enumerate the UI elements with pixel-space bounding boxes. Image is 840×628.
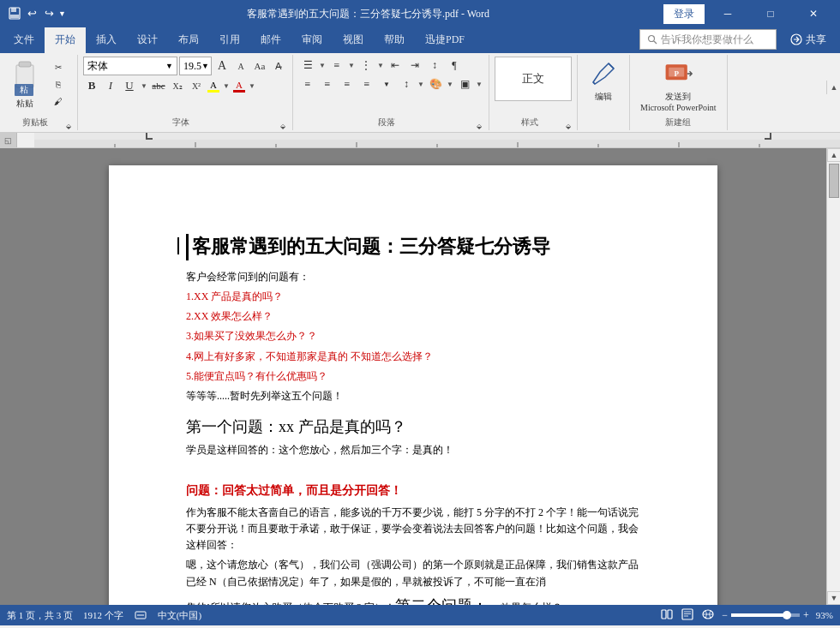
page-count[interactable]: 第 1 页，共 3 页	[7, 609, 73, 622]
tab-mailings[interactable]: 邮件	[250, 27, 291, 53]
tab-help[interactable]: 帮助	[374, 27, 415, 53]
print-layout-button[interactable]	[681, 607, 694, 623]
doc-title[interactable]: 客服常遇到的五大问题：三分答疑七分诱导	[186, 234, 640, 260]
paste-button[interactable]: 粘 粘贴	[5, 57, 45, 111]
align-center-button[interactable]: ≡	[318, 75, 337, 93]
doc-list-2[interactable]: 2.XX 效果怎么样？	[186, 308, 640, 325]
line-spacing-button[interactable]: ↕	[397, 75, 416, 93]
show-marks-button[interactable]: ¶	[445, 57, 464, 74]
format-painter-button[interactable]: 🖌	[46, 93, 70, 110]
numbered-list-button[interactable]: ≡	[327, 57, 346, 74]
text-highlight-button[interactable]: A	[207, 80, 219, 93]
subscript-button[interactable]: X₂	[169, 78, 186, 93]
zoom-out-button[interactable]: −	[722, 609, 728, 622]
copy-button[interactable]: ⎘	[46, 75, 70, 93]
bold-button[interactable]: B	[83, 78, 100, 93]
doc-s1-p4[interactable]: 售的!所以请您放心购买（体会下购买 2 字）！第二个问题：xx 效果怎么样？	[186, 594, 640, 605]
tab-xunjie[interactable]: 迅捷PDF	[415, 27, 475, 53]
right-margin-marker[interactable]	[765, 133, 771, 140]
web-view-button[interactable]	[701, 607, 715, 623]
spacing-dropdown[interactable]: ▼	[417, 81, 425, 88]
help-search[interactable]: 告诉我你想要做什么	[639, 29, 777, 50]
share-button[interactable]: 共享	[783, 31, 833, 49]
ruler-corner[interactable]: ◱	[0, 133, 17, 148]
zoom-in-button[interactable]: +	[803, 609, 809, 622]
italic-button[interactable]: I	[102, 78, 119, 93]
font-name-selector[interactable]: 宋体 ▼	[83, 57, 177, 75]
clear-format-button[interactable]: A̶	[270, 58, 287, 74]
ribbon-collapse-button[interactable]: ▲	[827, 81, 840, 94]
customize-qat-icon[interactable]: ▼	[58, 9, 66, 18]
doc-etc[interactable]: 等等等.....暂时先列举这五个问题！	[186, 388, 640, 404]
doc-s1-p1[interactable]: 学员是这样回答的：这个您放心，然后加三个字：是真的！	[186, 442, 640, 458]
tab-file[interactable]: 文件	[3, 27, 45, 53]
shading-dropdown[interactable]: ▼	[446, 81, 454, 88]
bullet-list-button[interactable]: ☰	[298, 57, 317, 74]
doc-list-4[interactable]: 4.网上有好多家，不知道那家是真的 不知道怎么选择？	[186, 349, 640, 365]
doc-s1-p2[interactable]: 作为客服不能太吝啬自己的语言，能多说的千万不要少说，能打 5 分字的不打 2 个…	[186, 505, 640, 554]
tab-review[interactable]: 审阅	[291, 27, 333, 53]
doc-list-1[interactable]: 1.XX 产品是真的吗？	[186, 289, 640, 305]
clipboard-expand[interactable]: ⬙	[64, 122, 72, 130]
font-shrink-button[interactable]: A	[232, 58, 249, 74]
para-expand[interactable]: ⬙	[475, 122, 483, 130]
zoom-percent[interactable]: 93%	[816, 610, 833, 620]
document-area[interactable]: 客服常遇到的五大问题：三分答疑七分诱导 客户会经常问到的问题有： 1.XX 产品…	[0, 148, 826, 605]
superscript-button[interactable]: X²	[188, 78, 205, 93]
underline-dropdown[interactable]: ▼	[140, 82, 148, 90]
doc-s1-problem[interactable]: 问题：回答太过简单，而且是分开回答！	[186, 481, 640, 500]
style-preview[interactable]: 正文	[495, 57, 572, 101]
change-case-button[interactable]: Aa	[251, 58, 268, 74]
align-left-button[interactable]: ≡	[298, 75, 317, 93]
cut-button[interactable]: ✂	[46, 58, 70, 75]
scroll-down-button[interactable]: ▼	[827, 591, 840, 605]
increase-indent-button[interactable]: ⇥	[405, 57, 424, 74]
underline-button[interactable]: U	[121, 78, 138, 93]
tab-layout[interactable]: 布局	[168, 27, 209, 53]
decrease-indent-button[interactable]: ⇤	[386, 57, 405, 74]
doc-s1-p3[interactable]: 嗯，这个请您放心（客气），我们公司（强调公司）的第一个原则就是正品保障，我们销售…	[186, 557, 640, 589]
read-mode-button[interactable]	[660, 607, 674, 623]
scroll-up-button[interactable]: ▲	[827, 148, 840, 162]
highlight-dropdown[interactable]: ▼	[222, 82, 231, 90]
zoom-thumb[interactable]	[783, 611, 791, 619]
tab-view[interactable]: 视图	[333, 27, 374, 53]
justify-button[interactable]: ≡	[357, 75, 376, 93]
style-expand[interactable]: ⬙	[564, 122, 572, 130]
undo-icon[interactable]: ↩	[24, 6, 39, 21]
doc-list-5[interactable]: 5.能便宜点吗？有什么优惠吗？	[186, 368, 640, 385]
tab-insert[interactable]: 插入	[86, 27, 127, 53]
font-size-dropdown[interactable]: ▼	[201, 62, 209, 70]
border-dropdown[interactable]: ▼	[475, 81, 483, 88]
font-expand[interactable]: ⬙	[279, 122, 287, 130]
font-size-selector[interactable]: 19.5 ▼	[179, 57, 212, 75]
tab-home[interactable]: 开始	[45, 27, 86, 53]
border-button[interactable]: ▣	[455, 75, 474, 93]
close-button[interactable]: ✕	[794, 0, 833, 27]
bullet-dropdown[interactable]: ▼	[318, 62, 327, 69]
zoom-slider[interactable]	[731, 613, 800, 617]
sort-button[interactable]: ↕	[425, 57, 444, 74]
multilevel-list-button[interactable]: ⋮	[357, 57, 375, 74]
language[interactable]: 中文(中国)	[158, 609, 201, 622]
scroll-thumb[interactable]	[829, 164, 839, 198]
edit-button[interactable]: 编辑	[583, 57, 624, 105]
tab-references[interactable]: 引用	[209, 27, 250, 53]
redo-icon[interactable]: ↪	[41, 6, 57, 21]
strikethrough-button[interactable]: abc	[150, 78, 167, 93]
send-to-ppt-button[interactable]: P 发送到Microsoft PowerPoint	[635, 57, 722, 115]
number-dropdown[interactable]: ▼	[347, 62, 356, 69]
tab-design[interactable]: 设计	[127, 27, 168, 53]
minimize-button[interactable]: ─	[708, 0, 747, 27]
font-color-dropdown[interactable]: ▼	[248, 82, 256, 90]
word-count[interactable]: 1912 个字	[83, 609, 123, 622]
left-margin-marker[interactable]	[146, 133, 153, 140]
font-grow-button[interactable]: A	[213, 58, 231, 74]
shading-button[interactable]: 🎨	[426, 75, 445, 93]
login-button[interactable]: 登录	[663, 4, 705, 24]
section1-title[interactable]: 第一个问题：xx 产品是真的吗？	[186, 418, 406, 435]
multilevel-dropdown[interactable]: ▼	[376, 62, 385, 69]
font-color-button[interactable]: A	[233, 80, 245, 93]
doc-intro[interactable]: 客户会经常问到的问题有：	[186, 269, 640, 285]
save-icon[interactable]	[7, 6, 22, 21]
